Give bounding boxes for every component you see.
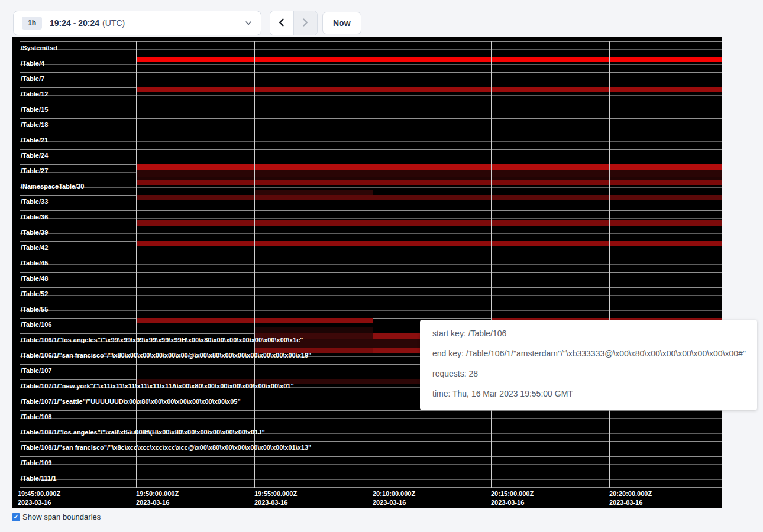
span-row-label: /Table/111/1 bbox=[21, 475, 56, 482]
time-bucket-boundary-line bbox=[491, 41, 492, 488]
span-row-label: /Table/55 bbox=[21, 306, 48, 313]
span-row-label: /Table/45 bbox=[21, 259, 48, 267]
heat-band bbox=[136, 57, 722, 62]
span-row-label: /Table/108/1/"san francisco"/"\x8c\xcc\x… bbox=[21, 444, 311, 451]
time-bucket-boundary-line bbox=[373, 41, 373, 488]
time-bucket-boundary-line bbox=[609, 41, 610, 488]
span-boundary-line bbox=[20, 479, 722, 480]
span-row: /Table/7 bbox=[20, 72, 722, 87]
span-row-label: /Table/106/1/"san francisco"/"\x80\x00\x… bbox=[21, 352, 311, 359]
span-row: /Table/108/1/"los angeles"/"\xa8\xf5\u00… bbox=[20, 426, 722, 441]
heat-band bbox=[254, 327, 373, 333]
span-row-label: /Table/106 bbox=[21, 321, 51, 328]
span-boundary-line bbox=[20, 141, 722, 142]
span-boundary-line bbox=[20, 95, 722, 96]
span-boundary-line bbox=[20, 157, 722, 157]
chevron-down-icon bbox=[244, 19, 253, 27]
span-row-label: /Table/52 bbox=[21, 290, 48, 297]
tooltip-line: start key: /Table/106 bbox=[432, 323, 757, 343]
footer: ✓ Show span boundaries bbox=[12, 512, 101, 521]
heat-band bbox=[136, 87, 722, 92]
span-boundary-line bbox=[20, 418, 722, 419]
span-tooltip: start key: /Table/106end key: /Table/106… bbox=[420, 320, 757, 410]
span-row-label: /Table/12 bbox=[21, 90, 48, 98]
span-row-label: /Table/36 bbox=[21, 213, 48, 220]
span-row: /Table/108/1/"san francisco"/"\x8c\xcc\x… bbox=[20, 441, 722, 456]
span-row: /Table/18 bbox=[20, 118, 722, 134]
span-row-label: /Table/33 bbox=[21, 198, 48, 205]
span-row: /Table/109 bbox=[20, 456, 722, 472]
span-boundary-line bbox=[20, 218, 722, 219]
span-boundary-line bbox=[20, 464, 722, 465]
show-span-boundaries-checkbox[interactable]: ✓ bbox=[12, 513, 20, 521]
time-axis-tick: 20:20:00.000Z2023-03-16 bbox=[609, 489, 652, 507]
span-row: /Table/52 bbox=[20, 287, 722, 303]
time-axis-tick: 19:55:00.000Z2023-03-16 bbox=[254, 489, 297, 507]
now-button[interactable]: Now bbox=[322, 12, 361, 34]
span-row: /Table/48 bbox=[20, 272, 722, 287]
show-span-boundaries-label[interactable]: Show span boundaries bbox=[22, 512, 101, 521]
heatmap-rows: /System/tsd/Table/4/Table/7/Table/12/Tab… bbox=[20, 41, 722, 487]
span-row-label: /Table/108/1/"los angeles"/"\xa8\xf5\u00… bbox=[21, 429, 265, 436]
time-axis: 19:45:00.000Z2023-03-1619:50:00.000Z2023… bbox=[12, 488, 722, 508]
span-boundary-line bbox=[20, 310, 722, 311]
span-row-label: /Table/108 bbox=[21, 413, 51, 420]
span-row-label: /Table/39 bbox=[21, 229, 48, 236]
next-time-button[interactable] bbox=[294, 11, 318, 35]
time-range-timezone: (UTC) bbox=[102, 18, 125, 28]
tooltip-line: end key: /Table/106/1/"amsterdam"/"\xb33… bbox=[432, 343, 757, 364]
span-boundary-line bbox=[20, 49, 722, 50]
heat-band bbox=[136, 220, 722, 226]
span-row-label: /Table/18 bbox=[21, 121, 48, 128]
span-row-label: /Table/7 bbox=[21, 75, 44, 82]
span-row: /Table/45 bbox=[20, 257, 722, 272]
time-axis-tick: 20:10:00.000Z2023-03-16 bbox=[373, 489, 415, 507]
span-row: /Table/15 bbox=[20, 103, 722, 118]
span-row-label: /Table/107/1/"seattle"/"UUUUUUD\x00\x80\… bbox=[21, 398, 241, 405]
span-row-label: /Table/48 bbox=[21, 275, 48, 282]
span-boundary-line bbox=[20, 111, 722, 111]
span-row-label: /Table/107 bbox=[21, 367, 51, 374]
heat-band bbox=[136, 164, 722, 170]
span-row: /Table/108 bbox=[20, 410, 722, 426]
time-range-text: 19:24 - 20:24 bbox=[50, 18, 99, 28]
span-row: /Table/24 bbox=[20, 149, 722, 164]
time-nav-group bbox=[270, 11, 318, 35]
span-boundary-line bbox=[20, 126, 722, 126]
toolbar: 1h 19:24 - 20:24 (UTC) Now bbox=[0, 0, 763, 37]
span-boundary-line bbox=[20, 233, 722, 234]
span-row: /Table/39 bbox=[20, 226, 722, 241]
time-bucket-boundary-line bbox=[254, 41, 255, 488]
time-axis-tick: 19:45:00.000Z2023-03-16 bbox=[18, 489, 60, 507]
time-bucket-boundary-line bbox=[20, 41, 20, 488]
span-row: /Table/21 bbox=[20, 134, 722, 149]
span-row-label: /Table/107/1/"new york"/"\x11\x11\x11\x1… bbox=[21, 382, 294, 390]
span-boundary-line bbox=[20, 203, 722, 203]
span-row: /Table/55 bbox=[20, 303, 722, 318]
span-row-label: /Table/106/1/"los angeles"/"\x99\x99\x99… bbox=[21, 336, 303, 343]
span-row: /Table/111/1 bbox=[20, 472, 722, 487]
span-boundary-line bbox=[20, 264, 722, 265]
key-visualizer-heatmap[interactable]: /System/tsd/Table/4/Table/7/Table/12/Tab… bbox=[12, 37, 722, 508]
span-row-label: /Table/4 bbox=[21, 60, 44, 67]
span-boundary-line bbox=[20, 295, 722, 296]
span-row-label: /NamespaceTable/30 bbox=[21, 183, 84, 190]
span-boundary-line bbox=[20, 187, 722, 188]
time-range-selector[interactable]: 1h 19:24 - 20:24 (UTC) bbox=[13, 11, 261, 35]
heat-band bbox=[136, 170, 722, 177]
chevron-left-icon bbox=[276, 17, 287, 30]
span-row-label: /Table/109 bbox=[21, 459, 51, 466]
time-bucket-boundary-line bbox=[136, 41, 137, 488]
chevron-right-icon bbox=[299, 17, 311, 30]
time-range-badge: 1h bbox=[22, 17, 42, 30]
span-row-label: /Table/42 bbox=[21, 244, 48, 251]
time-axis-tick: 19:50:00.000Z2023-03-16 bbox=[136, 489, 179, 507]
span-boundary-line bbox=[20, 80, 722, 80]
span-boundary-line bbox=[20, 64, 722, 65]
time-axis-tick: 20:15:00.000Z2023-03-16 bbox=[491, 489, 534, 507]
heat-band bbox=[136, 180, 722, 185]
span-row-label: /Table/15 bbox=[21, 106, 48, 113]
prev-time-button[interactable] bbox=[270, 11, 294, 35]
span-row-label: /Table/21 bbox=[21, 137, 48, 144]
heat-band bbox=[136, 195, 722, 200]
